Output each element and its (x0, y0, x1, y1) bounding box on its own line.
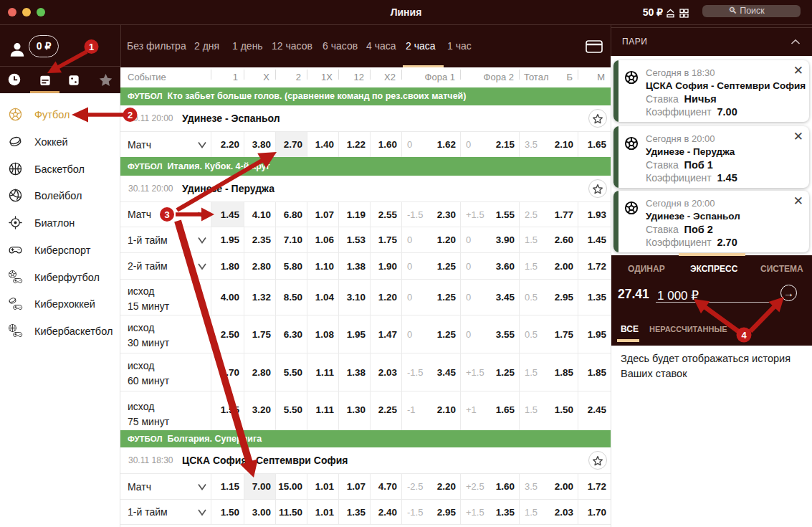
svg-text:3: 3 (164, 209, 169, 220)
svg-text:4: 4 (741, 330, 747, 341)
svg-text:1: 1 (89, 42, 94, 52)
svg-text:2: 2 (128, 110, 133, 120)
